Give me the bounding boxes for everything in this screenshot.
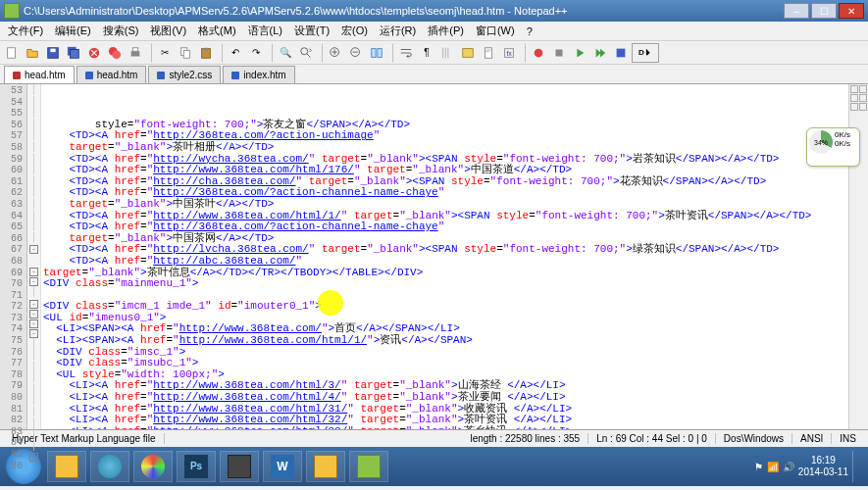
separator [319, 43, 323, 63]
app-icon [4, 3, 20, 19]
tray-time: 16:19 [798, 455, 848, 466]
panel-btn-3[interactable] [850, 94, 858, 102]
save-macro-icon[interactable] [611, 43, 631, 63]
tab-label: head.htm [97, 70, 138, 80]
task-wps[interactable]: W [263, 451, 302, 482]
undo-icon[interactable]: ↶ [226, 43, 245, 63]
menu-p[interactable]: 插件(P) [422, 22, 470, 40]
task-ie[interactable] [90, 451, 129, 482]
tab-modified-icon [85, 72, 93, 79]
svg-rect-27 [617, 48, 626, 57]
minimize-button[interactable]: – [784, 3, 809, 19]
toolbar: ✂ ↶ ↷ 🔍 ¶ fx D⏵ [0, 41, 868, 65]
separator [148, 43, 152, 63]
close-button[interactable]: ✕ [839, 3, 864, 19]
panel-btn-2[interactable] [859, 85, 867, 93]
func-list-icon[interactable]: fx [499, 43, 519, 63]
menubar: 文件(F)编辑(E)搜索(S)视图(V)格式(M)语言(L)设置(T)宏(O)运… [0, 22, 868, 41]
launch-icon[interactable]: D⏵ [632, 43, 659, 63]
lang-icon[interactable] [458, 43, 478, 63]
panel-btn-1[interactable] [850, 85, 858, 93]
menu-r[interactable]: 运行(R) [374, 22, 422, 40]
paste-icon[interactable] [196, 43, 216, 63]
tray-flag-icon[interactable]: ⚑ [754, 462, 763, 472]
tab-3[interactable]: index.htm [223, 66, 294, 83]
maximize-button[interactable]: ☐ [811, 3, 837, 19]
new-file-icon[interactable] [2, 43, 22, 63]
zoom-out-icon[interactable] [346, 43, 366, 63]
play-macro-icon[interactable] [570, 43, 589, 63]
task-app1[interactable] [133, 451, 173, 482]
code-line-69[interactable]: <DIV class="imcm_1 imde_1" id="imouter0_… [43, 301, 868, 313]
system-tray[interactable]: ⚑ 📶 🔊 16:19 2014-03-11 [748, 451, 866, 482]
perf-floater[interactable]: 34% 0K/s 0K/s [806, 127, 860, 167]
panel-btn-6[interactable] [859, 103, 867, 111]
record-macro-icon[interactable] [529, 43, 548, 63]
menu-o[interactable]: 宏(O) [335, 22, 374, 40]
menu-e[interactable]: 编辑(E) [49, 22, 97, 40]
task-folder2[interactable] [306, 451, 345, 482]
save-all-icon[interactable] [64, 43, 83, 63]
copy-icon[interactable] [176, 43, 195, 63]
tab-0[interactable]: head.htm [4, 66, 75, 83]
task-app2[interactable] [220, 451, 259, 482]
doc-map-icon[interactable] [479, 43, 498, 63]
save-icon[interactable] [43, 43, 63, 63]
menu-s[interactable]: 搜索(S) [97, 22, 145, 40]
tray-clock[interactable]: 16:19 2014-03-11 [798, 455, 848, 478]
statusbar: Hyper Text Markup Language file length :… [0, 429, 868, 447]
window-buttons: – ☐ ✕ [784, 3, 864, 19]
editor[interactable]: 5354555657585960616263646566676869707172… [0, 84, 868, 429]
svg-rect-17 [372, 48, 376, 57]
tab-1[interactable]: head.htm [77, 66, 147, 83]
titlebar: C:\Users\Administrator\Desktop\APMServ5.… [0, 0, 868, 22]
svg-rect-20 [485, 47, 492, 58]
fold-margin[interactable]: ││││││││││││││- --│----││││││││││+ [27, 84, 41, 429]
svg-rect-26 [556, 49, 563, 56]
separator [269, 43, 273, 63]
stop-macro-icon[interactable] [549, 43, 569, 63]
tray-network-icon[interactable]: 📶 [767, 462, 779, 472]
find-icon[interactable]: 🔍 [276, 43, 295, 63]
menu-t[interactable]: 设置(T) [288, 22, 335, 40]
menu-m[interactable]: 格式(M) [192, 22, 242, 40]
tabstrip: head.htmhead.htmstyle2.cssindex.htm [0, 65, 868, 84]
redo-icon[interactable]: ↷ [246, 43, 266, 63]
svg-rect-0 [8, 47, 16, 58]
window-title: C:\Users\Administrator\Desktop\APMServ5.… [24, 5, 784, 17]
status-encoding: ANSI [792, 433, 832, 444]
sync-scroll-icon[interactable] [367, 43, 386, 63]
separator [389, 43, 393, 63]
tab-2[interactable]: style2.css [148, 66, 221, 83]
replace-icon[interactable] [296, 43, 316, 63]
task-notepadpp[interactable] [349, 451, 388, 482]
play-multi-icon[interactable] [590, 43, 610, 63]
print-icon[interactable] [126, 43, 145, 63]
tab-label: head.htm [25, 70, 66, 80]
task-explorer[interactable] [47, 451, 86, 482]
wordwrap-icon[interactable] [396, 43, 416, 63]
line-gutter: 5354555657585960616263646566676869707172… [0, 84, 27, 429]
menu-f[interactable]: 文件(F) [2, 22, 49, 40]
show-desktop-button[interactable] [852, 451, 860, 482]
panel-btn-4[interactable] [859, 94, 867, 102]
svg-text:fx: fx [506, 49, 512, 56]
menu-l[interactable]: 语言(L) [242, 22, 288, 40]
menu-w[interactable]: 窗口(W) [470, 22, 521, 40]
menu-[interactable]: ? [521, 24, 538, 39]
cut-icon[interactable]: ✂ [155, 43, 175, 63]
svg-rect-19 [463, 48, 474, 57]
code-line-80[interactable]: <LI><A href="http://www.368tea.com/html/… [43, 426, 868, 429]
open-file-icon[interactable] [23, 43, 42, 63]
panel-btn-5[interactable] [850, 103, 858, 111]
tray-sound-icon[interactable]: 🔊 [783, 462, 794, 472]
zoom-in-icon[interactable] [326, 43, 345, 63]
show-all-chars-icon[interactable]: ¶ [417, 43, 436, 63]
task-photoshop[interactable]: Ps [177, 451, 216, 482]
close-all-icon[interactable] [105, 43, 125, 63]
code-area[interactable]: style="font-weight: 700;">茶友之窗</SPAN></A… [41, 84, 868, 429]
code-line-67[interactable]: <DIV class="mainmenu_1"> [43, 278, 868, 290]
indent-guide-icon[interactable] [437, 43, 457, 63]
menu-v[interactable]: 视图(V) [144, 22, 192, 40]
close-file-icon[interactable] [84, 43, 104, 63]
